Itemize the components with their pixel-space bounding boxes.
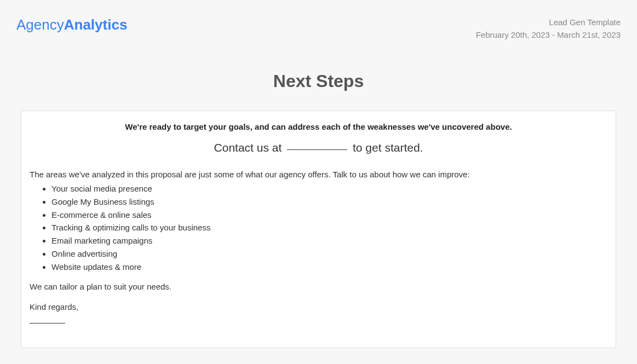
list-item: Email marketing campaigns xyxy=(51,234,607,247)
list-item: Google My Business listings xyxy=(51,195,607,209)
signature-line xyxy=(30,323,65,323)
card-headline: We're ready to target your goals, and ca… xyxy=(30,122,607,131)
regards-text: Kind regards, xyxy=(30,302,607,311)
contact-suffix: to get started. xyxy=(353,141,423,154)
template-name: Lead Gen Template xyxy=(476,16,621,29)
tailor-text: We can tailor a plan to suit your needs. xyxy=(30,282,607,291)
page-header: AgencyAnalytics Lead Gen Template Februa… xyxy=(0,0,637,41)
header-meta: Lead Gen Template February 20th, 2023 - … xyxy=(476,16,621,41)
contact-line: Contact us at to get started. xyxy=(30,141,607,154)
logo-text-bold: Analytics xyxy=(64,16,128,33)
list-item: E-commerce & online sales xyxy=(51,209,607,222)
list-item: Tracking & optimizing calls to your busi… xyxy=(51,221,607,234)
list-item: Your social media presence xyxy=(51,182,607,195)
list-item: Online advertising xyxy=(51,247,607,261)
date-range: February 20th, 2023 - March 21st, 2023 xyxy=(476,29,621,42)
logo: AgencyAnalytics xyxy=(16,16,127,33)
content-card: We're ready to target your goals, and ca… xyxy=(21,111,616,348)
contact-prefix: Contact us at xyxy=(214,141,282,154)
list-item: Website updates & more xyxy=(51,261,607,274)
logo-text-light: Agency xyxy=(16,16,64,33)
contact-blank xyxy=(287,149,347,150)
page-title: Next Steps xyxy=(0,71,637,91)
bullet-list: Your social media presence Google My Bus… xyxy=(30,182,607,273)
intro-text: The areas we've analyzed in this proposa… xyxy=(30,170,607,179)
